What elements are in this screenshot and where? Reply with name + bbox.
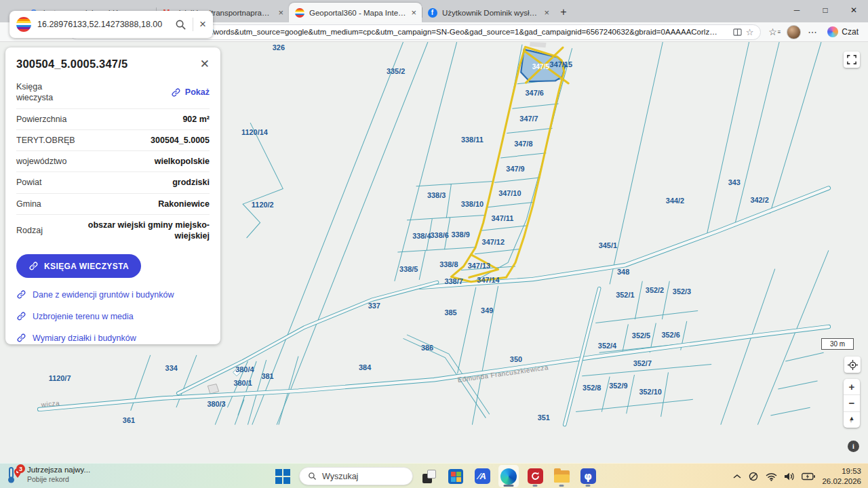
search-icon: [308, 472, 317, 481]
svg-text:349: 349: [481, 306, 493, 314]
fullscreen-icon: [847, 55, 856, 64]
search-close-icon[interactable]: ×: [199, 18, 206, 31]
settings-menu-icon[interactable]: ⋯: [804, 24, 821, 40]
new-tab-button[interactable]: +: [555, 3, 572, 21]
row-powierzchnia: Powierzchnia 902 m²: [16, 108, 210, 129]
svg-text:380/3: 380/3: [207, 400, 225, 408]
phi-app-icon: φ: [580, 468, 596, 484]
copilot-icon: [827, 26, 838, 37]
svg-text:338/5: 338/5: [399, 265, 418, 273]
store-icon: [448, 469, 463, 484]
microsoft-store-button[interactable]: [446, 465, 466, 487]
svg-text:347/6: 347/6: [526, 89, 544, 97]
svg-text:385: 385: [444, 308, 456, 317]
maximize-button[interactable]: □: [811, 0, 840, 20]
parcel-id-title: 300504_5.0005.347/5: [16, 58, 127, 70]
svg-text:352/10: 352/10: [639, 388, 661, 396]
svg-text:344/2: 344/2: [666, 197, 684, 205]
tab-close-icon[interactable]: ×: [544, 8, 549, 17]
battery-charging-icon[interactable]: [802, 472, 815, 481]
add-favorite-star-icon[interactable]: ☆: [746, 27, 754, 37]
tab-label: Użytkownik Dominik wysłał wiado: [442, 9, 539, 17]
svg-text:352/4: 352/4: [598, 342, 616, 350]
search-placeholder: Wyszukaj: [322, 472, 358, 481]
svg-text:338/11: 338/11: [461, 136, 484, 144]
system-clock[interactable]: 19:53 26.02.2026: [822, 466, 861, 487]
tab-close-icon[interactable]: ×: [411, 8, 416, 17]
svg-text:351: 351: [538, 413, 550, 422]
zoom-in-button[interactable]: +: [844, 379, 860, 394]
search-icon[interactable]: [175, 19, 186, 30]
tab-facebook[interactable]: f Użytkownik Dominik wysłał wiado ×: [422, 3, 555, 22]
svg-text:342/2: 342/2: [750, 196, 768, 204]
map-info-button[interactable]: i: [848, 441, 859, 452]
divider: [193, 18, 193, 31]
file-explorer-button[interactable]: [551, 465, 572, 487]
edge-icon: [500, 468, 517, 485]
taskbar-search[interactable]: Wyszukaj: [299, 467, 413, 485]
facebook-favicon-icon: f: [427, 7, 437, 18]
row-teryt: TERYT.OBRĘB 300504_5.0005: [16, 129, 210, 150]
wifi-icon[interactable]: [766, 472, 777, 481]
red-app-button[interactable]: [525, 465, 545, 487]
close-button[interactable]: ✕: [840, 0, 868, 20]
svg-text:343: 343: [728, 178, 741, 186]
svg-text:335/2: 335/2: [387, 67, 405, 75]
profile-avatar[interactable]: [785, 24, 802, 40]
link-wymiary-dzialki[interactable]: Wymiary działki i budynków: [16, 333, 210, 343]
copilot-chat-button[interactable]: Czat: [823, 26, 863, 37]
split-screen-icon[interactable]: [733, 28, 742, 37]
row-rodzaj: Rodzaj obszar wiejski gminy miejsko-wiej…: [16, 214, 210, 247]
pokaz-link[interactable]: Pokaż: [171, 87, 210, 98]
edge-browser-button[interactable]: [498, 465, 519, 487]
search-input[interactable]: 16.28976133,52.14273888,18.00: [37, 20, 169, 29]
row-powiat: Powiat grodziski: [16, 171, 210, 192]
svg-text:326: 326: [273, 43, 285, 52]
svg-text:338/8: 338/8: [439, 260, 458, 268]
tray-chevron-icon[interactable]: [733, 474, 741, 479]
widget-subtitle: Pobije rekord: [27, 475, 90, 483]
task-view-button[interactable]: [419, 465, 439, 487]
ksiega-wieczysta-button[interactable]: KSIĘGA WIECZYSTA: [16, 254, 141, 278]
tab-close-icon[interactable]: ×: [278, 8, 283, 17]
svg-text:352/2: 352/2: [646, 286, 664, 294]
svg-text:352/3: 352/3: [673, 287, 691, 296]
row-wojewodztwo: województwo wielkopolskie: [16, 150, 210, 171]
tilt-button[interactable]: ▲▼: [844, 411, 860, 428]
locate-icon: [848, 360, 858, 370]
svg-text:1120/7: 1120/7: [49, 374, 71, 382]
widget-title: Jutrzejsza najwy...: [27, 466, 90, 474]
svg-text:347/12: 347/12: [482, 238, 505, 246]
volume-icon[interactable]: [784, 472, 795, 481]
locate-me-button[interactable]: [844, 357, 861, 373]
clock-date: 26.02.2026: [822, 476, 861, 487]
svg-text:352/6: 352/6: [661, 331, 679, 339]
task-view-icon: [422, 470, 436, 483]
fullscreen-button[interactable]: [844, 52, 860, 68]
windows-logo-icon: [275, 468, 291, 485]
svg-text:347/14: 347/14: [477, 276, 499, 284]
weather-widget[interactable]: 3 Jutrzejsza najwy... Pobije rekord: [5, 466, 90, 485]
svg-text:347/15: 347/15: [550, 60, 572, 68]
tab-geoportal-active[interactable]: Geoportal360 - Mapa Interaktywna ×: [289, 3, 422, 22]
panel-close-icon[interactable]: ✕: [200, 57, 210, 71]
svg-text:348: 348: [617, 268, 629, 276]
link-dane-ewidencji[interactable]: Dane z ewidencji gruntów i budynków: [16, 289, 210, 300]
svg-text:352/7: 352/7: [633, 359, 652, 367]
svg-text:381: 381: [261, 372, 273, 380]
phi-app-button[interactable]: φ: [578, 465, 598, 487]
row-ksiega-wieczysta: Księga wieczysta Pokaż: [16, 77, 210, 108]
svg-text:361: 361: [123, 416, 135, 424]
svg-text:347/7: 347/7: [519, 115, 538, 123]
link-uzbrojenie-terenu[interactable]: Uzbrojenie terenu w media: [16, 311, 210, 321]
svg-text:334: 334: [165, 364, 178, 372]
status-crossed-icon[interactable]: [748, 471, 759, 482]
map-search-bar[interactable]: 16.28976133,52.14273888,18.00 ×: [9, 11, 213, 38]
favorites-bar-icon[interactable]: ☆≡: [766, 24, 783, 40]
minimize-button[interactable]: ─: [783, 0, 811, 20]
zoom-out-button[interactable]: −: [844, 394, 860, 411]
svg-text:338/7: 338/7: [444, 277, 462, 285]
start-button[interactable]: [273, 465, 293, 487]
app-a-button[interactable]: ∕A: [472, 465, 492, 487]
map-scale: 30 m: [821, 338, 854, 350]
